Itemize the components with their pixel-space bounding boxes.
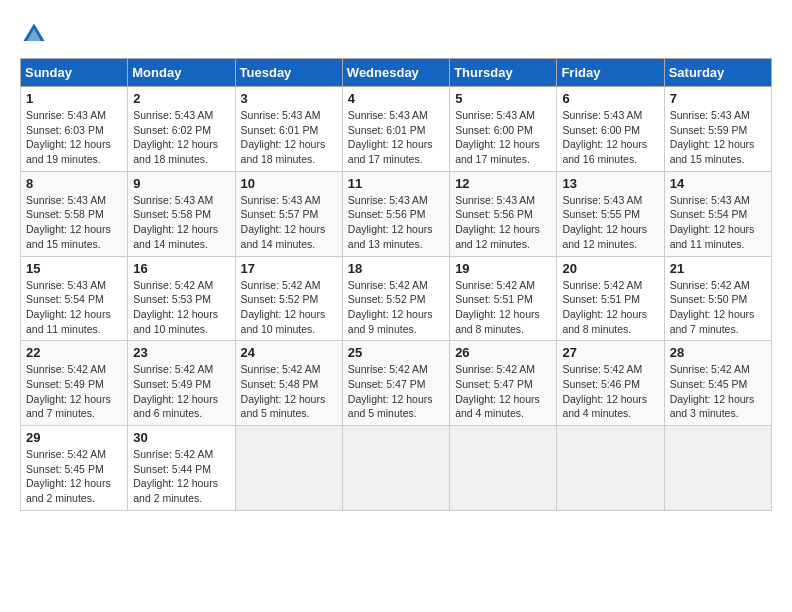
day-info: Sunrise: 5:42 AMSunset: 5:44 PMDaylight:… (133, 447, 229, 506)
calendar-cell (664, 426, 771, 511)
day-number: 9 (133, 176, 229, 191)
calendar-cell: 15Sunrise: 5:43 AMSunset: 5:54 PMDayligh… (21, 256, 128, 341)
calendar-cell: 19Sunrise: 5:42 AMSunset: 5:51 PMDayligh… (450, 256, 557, 341)
day-number: 14 (670, 176, 766, 191)
calendar-cell: 25Sunrise: 5:42 AMSunset: 5:47 PMDayligh… (342, 341, 449, 426)
day-number: 22 (26, 345, 122, 360)
calendar-cell: 4Sunrise: 5:43 AMSunset: 6:01 PMDaylight… (342, 87, 449, 172)
calendar-cell (342, 426, 449, 511)
calendar-cell: 30Sunrise: 5:42 AMSunset: 5:44 PMDayligh… (128, 426, 235, 511)
day-info: Sunrise: 5:42 AMSunset: 5:47 PMDaylight:… (348, 362, 444, 421)
calendar-header-row: SundayMondayTuesdayWednesdayThursdayFrid… (21, 59, 772, 87)
calendar-cell: 24Sunrise: 5:42 AMSunset: 5:48 PMDayligh… (235, 341, 342, 426)
calendar-week-3: 15Sunrise: 5:43 AMSunset: 5:54 PMDayligh… (21, 256, 772, 341)
day-number: 13 (562, 176, 658, 191)
day-number: 24 (241, 345, 337, 360)
calendar-cell: 9Sunrise: 5:43 AMSunset: 5:58 PMDaylight… (128, 171, 235, 256)
day-info: Sunrise: 5:42 AMSunset: 5:52 PMDaylight:… (348, 278, 444, 337)
day-info: Sunrise: 5:42 AMSunset: 5:48 PMDaylight:… (241, 362, 337, 421)
calendar-cell: 26Sunrise: 5:42 AMSunset: 5:47 PMDayligh… (450, 341, 557, 426)
day-info: Sunrise: 5:43 AMSunset: 5:57 PMDaylight:… (241, 193, 337, 252)
calendar-cell: 16Sunrise: 5:42 AMSunset: 5:53 PMDayligh… (128, 256, 235, 341)
calendar-cell: 21Sunrise: 5:42 AMSunset: 5:50 PMDayligh… (664, 256, 771, 341)
day-number: 10 (241, 176, 337, 191)
calendar-header-sunday: Sunday (21, 59, 128, 87)
calendar-cell: 29Sunrise: 5:42 AMSunset: 5:45 PMDayligh… (21, 426, 128, 511)
day-number: 17 (241, 261, 337, 276)
day-number: 20 (562, 261, 658, 276)
day-info: Sunrise: 5:43 AMSunset: 5:54 PMDaylight:… (670, 193, 766, 252)
calendar-cell: 23Sunrise: 5:42 AMSunset: 5:49 PMDayligh… (128, 341, 235, 426)
calendar-header-friday: Friday (557, 59, 664, 87)
day-number: 7 (670, 91, 766, 106)
day-number: 29 (26, 430, 122, 445)
day-number: 4 (348, 91, 444, 106)
calendar-week-4: 22Sunrise: 5:42 AMSunset: 5:49 PMDayligh… (21, 341, 772, 426)
day-number: 1 (26, 91, 122, 106)
day-number: 30 (133, 430, 229, 445)
day-number: 6 (562, 91, 658, 106)
calendar-cell: 27Sunrise: 5:42 AMSunset: 5:46 PMDayligh… (557, 341, 664, 426)
calendar-cell: 5Sunrise: 5:43 AMSunset: 6:00 PMDaylight… (450, 87, 557, 172)
day-number: 26 (455, 345, 551, 360)
calendar-header-saturday: Saturday (664, 59, 771, 87)
calendar-cell: 22Sunrise: 5:42 AMSunset: 5:49 PMDayligh… (21, 341, 128, 426)
day-number: 2 (133, 91, 229, 106)
day-number: 16 (133, 261, 229, 276)
day-info: Sunrise: 5:43 AMSunset: 6:02 PMDaylight:… (133, 108, 229, 167)
calendar-cell: 10Sunrise: 5:43 AMSunset: 5:57 PMDayligh… (235, 171, 342, 256)
day-number: 5 (455, 91, 551, 106)
calendar-cell (557, 426, 664, 511)
day-number: 11 (348, 176, 444, 191)
calendar-cell: 12Sunrise: 5:43 AMSunset: 5:56 PMDayligh… (450, 171, 557, 256)
day-number: 12 (455, 176, 551, 191)
day-info: Sunrise: 5:42 AMSunset: 5:53 PMDaylight:… (133, 278, 229, 337)
calendar-header-thursday: Thursday (450, 59, 557, 87)
calendar-cell: 7Sunrise: 5:43 AMSunset: 5:59 PMDaylight… (664, 87, 771, 172)
day-number: 25 (348, 345, 444, 360)
page-header (20, 20, 772, 48)
calendar-week-5: 29Sunrise: 5:42 AMSunset: 5:45 PMDayligh… (21, 426, 772, 511)
calendar-cell: 11Sunrise: 5:43 AMSunset: 5:56 PMDayligh… (342, 171, 449, 256)
day-number: 27 (562, 345, 658, 360)
calendar-cell: 14Sunrise: 5:43 AMSunset: 5:54 PMDayligh… (664, 171, 771, 256)
day-info: Sunrise: 5:43 AMSunset: 6:01 PMDaylight:… (348, 108, 444, 167)
calendar-cell: 6Sunrise: 5:43 AMSunset: 6:00 PMDaylight… (557, 87, 664, 172)
calendar-header-wednesday: Wednesday (342, 59, 449, 87)
day-info: Sunrise: 5:43 AMSunset: 5:58 PMDaylight:… (26, 193, 122, 252)
day-info: Sunrise: 5:42 AMSunset: 5:46 PMDaylight:… (562, 362, 658, 421)
calendar-cell: 13Sunrise: 5:43 AMSunset: 5:55 PMDayligh… (557, 171, 664, 256)
day-info: Sunrise: 5:43 AMSunset: 6:00 PMDaylight:… (455, 108, 551, 167)
day-info: Sunrise: 5:42 AMSunset: 5:51 PMDaylight:… (455, 278, 551, 337)
day-info: Sunrise: 5:43 AMSunset: 5:59 PMDaylight:… (670, 108, 766, 167)
day-info: Sunrise: 5:43 AMSunset: 6:00 PMDaylight:… (562, 108, 658, 167)
calendar-week-1: 1Sunrise: 5:43 AMSunset: 6:03 PMDaylight… (21, 87, 772, 172)
calendar-cell: 1Sunrise: 5:43 AMSunset: 6:03 PMDaylight… (21, 87, 128, 172)
day-info: Sunrise: 5:42 AMSunset: 5:49 PMDaylight:… (133, 362, 229, 421)
day-info: Sunrise: 5:42 AMSunset: 5:45 PMDaylight:… (670, 362, 766, 421)
calendar-cell: 17Sunrise: 5:42 AMSunset: 5:52 PMDayligh… (235, 256, 342, 341)
calendar-cell: 28Sunrise: 5:42 AMSunset: 5:45 PMDayligh… (664, 341, 771, 426)
day-info: Sunrise: 5:43 AMSunset: 5:54 PMDaylight:… (26, 278, 122, 337)
calendar-header-tuesday: Tuesday (235, 59, 342, 87)
day-number: 3 (241, 91, 337, 106)
calendar-week-2: 8Sunrise: 5:43 AMSunset: 5:58 PMDaylight… (21, 171, 772, 256)
logo-icon (20, 20, 48, 48)
calendar-table: SundayMondayTuesdayWednesdayThursdayFrid… (20, 58, 772, 511)
day-number: 19 (455, 261, 551, 276)
day-info: Sunrise: 5:43 AMSunset: 5:58 PMDaylight:… (133, 193, 229, 252)
day-info: Sunrise: 5:43 AMSunset: 5:56 PMDaylight:… (348, 193, 444, 252)
day-info: Sunrise: 5:43 AMSunset: 6:03 PMDaylight:… (26, 108, 122, 167)
calendar-cell: 8Sunrise: 5:43 AMSunset: 5:58 PMDaylight… (21, 171, 128, 256)
day-number: 21 (670, 261, 766, 276)
day-info: Sunrise: 5:42 AMSunset: 5:47 PMDaylight:… (455, 362, 551, 421)
calendar-cell: 2Sunrise: 5:43 AMSunset: 6:02 PMDaylight… (128, 87, 235, 172)
day-info: Sunrise: 5:43 AMSunset: 5:55 PMDaylight:… (562, 193, 658, 252)
day-number: 28 (670, 345, 766, 360)
day-number: 23 (133, 345, 229, 360)
day-number: 8 (26, 176, 122, 191)
day-info: Sunrise: 5:43 AMSunset: 5:56 PMDaylight:… (455, 193, 551, 252)
day-info: Sunrise: 5:42 AMSunset: 5:52 PMDaylight:… (241, 278, 337, 337)
calendar-header-monday: Monday (128, 59, 235, 87)
calendar-cell: 20Sunrise: 5:42 AMSunset: 5:51 PMDayligh… (557, 256, 664, 341)
